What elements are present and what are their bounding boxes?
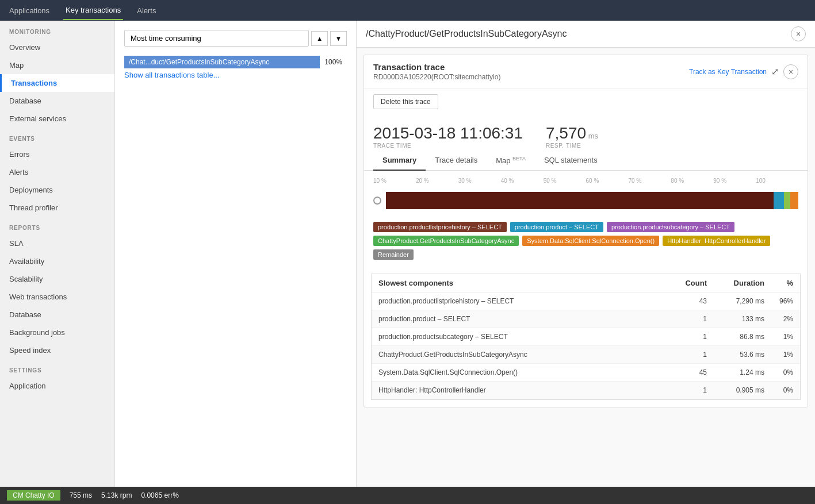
status-metric-2: 0.0065 err% (141, 491, 178, 499)
delete-trace-area: Delete this trace (364, 89, 808, 115)
legend-item-0: production.productlistpricehistory – SEL… (373, 222, 507, 232)
sidebar-item-database-reports[interactable]: Database (0, 306, 114, 324)
tab-summary[interactable]: Summary (373, 151, 426, 171)
sidebar-item-speed-index[interactable]: Speed index (0, 341, 114, 359)
slowest-components-table: Slowest components Count Duration % prod… (371, 274, 801, 400)
show-all-transactions-link[interactable]: Show all transactions table... (124, 71, 219, 79)
row-3-pct: 1% (764, 351, 793, 359)
resp-time-unit: ms (588, 132, 598, 140)
metric-2-unit: err% (164, 491, 178, 499)
bar-segment-0 (386, 192, 774, 209)
expand-icon[interactable]: ⤢ (771, 66, 779, 77)
resp-time-value-row: 7,570 ms (546, 124, 598, 143)
row-1-duration: 133 ms (707, 315, 764, 323)
legend-item-1: production.product – SELECT (510, 222, 603, 232)
row-0-duration: 7,290 ms (707, 297, 764, 305)
row-0-name: production.productlistpricehistory – SEL… (378, 297, 661, 305)
row-0-pct: 96% (764, 297, 793, 305)
sidebar-item-sla[interactable]: SLA (0, 234, 114, 252)
row-0-count: 43 (661, 297, 707, 305)
filter-row: Most time consuming ▲ ▼ (124, 30, 347, 47)
status-bar: CM Chatty IO 755 ms 5.13k rpm 0.0065 err… (0, 487, 815, 504)
scale-80: 80 % (671, 178, 713, 184)
scale-70: 70 % (628, 178, 671, 184)
sidebar-item-background-jobs[interactable]: Background jobs (0, 324, 114, 341)
reports-section-label: REPORTS (0, 217, 114, 234)
tab-trace-details[interactable]: Trace details (426, 151, 487, 171)
table-row: production.productsubcategory – SELECT 1… (372, 328, 800, 346)
sidebar-item-availability[interactable]: Availability (0, 252, 114, 270)
legend-item-3: ChattyProduct.GetProductsInSubCategoryAs… (373, 236, 519, 246)
bar-chart-area: 10 % 20 % 30 % 40 % 50 % 60 % 70 % 80 % … (364, 171, 808, 222)
trace-tabs: Summary Trace details Map BETA SQL state… (364, 151, 808, 171)
content-area: Most time consuming ▲ ▼ /Chat...duct/Get… (115, 21, 815, 487)
scale-20: 20 % (416, 178, 458, 184)
row-2-duration: 86.8 ms (707, 333, 764, 341)
trace-card-header: Transaction trace RD000D3A105220(ROOT:si… (364, 55, 808, 89)
sidebar-item-deployments[interactable]: Deployments (0, 181, 114, 199)
row-5-duration: 0.905 ms (707, 386, 764, 394)
legend-item-6: Remainder (373, 249, 414, 260)
sidebar-item-map[interactable]: Map (0, 56, 114, 74)
events-section-label: EVENTS (0, 128, 114, 145)
detail-header: /ChattyProduct/GetProductsInSubCategoryA… (357, 21, 815, 48)
table-row: HttpHandler: HttpControllerHandler 1 0.9… (372, 382, 800, 399)
row-4-name: System.Data.SqlClient.SqlConnection.Open… (378, 368, 661, 376)
legend: production.productlistpricehistory – SEL… (364, 222, 808, 267)
trace-time-value: 2015-03-18 11:06:31 (373, 124, 523, 143)
sidebar-item-thread-profiler[interactable]: Thread profiler (0, 199, 114, 217)
nav-alerts[interactable]: Alerts (135, 2, 158, 20)
app-name-badge: CM Chatty IO (7, 490, 60, 501)
row-5-name: HttpHandler: HttpControllerHandler (378, 386, 661, 394)
sidebar-item-overview[interactable]: Overview (0, 39, 114, 56)
top-nav: Applications Key transactions Alerts (0, 0, 815, 21)
legend-item-2: production.productsubcategory – SELECT (607, 222, 734, 232)
resp-time-metric: 7,570 ms RESP. TIME (546, 124, 598, 149)
status-metric-1: 5.13k rpm (101, 491, 132, 499)
trace-card: Transaction trace RD000D3A105220(ROOT:si… (364, 55, 808, 407)
row-2-count: 1 (661, 333, 707, 341)
nav-key-transactions[interactable]: Key transactions (63, 1, 123, 20)
row-4-pct: 0% (764, 368, 793, 376)
detail-close-button[interactable]: × (791, 26, 806, 41)
sidebar-item-database[interactable]: Database (0, 92, 114, 110)
row-1-count: 1 (661, 315, 707, 323)
filter-dropdown[interactable]: Most time consuming (124, 30, 309, 47)
sidebar-item-application[interactable]: Application (0, 377, 114, 395)
sidebar-item-external-services[interactable]: External services (0, 110, 114, 128)
metric-0-unit: ms (83, 491, 92, 499)
track-key-transaction-button[interactable]: Track as Key Transaction (689, 68, 767, 76)
transaction-bar-label[interactable]: /Chat...duct/GetProductsInSubCategoryAsy… (124, 56, 320, 68)
sidebar-item-transactions[interactable]: Transactions (0, 74, 114, 92)
bar-segment-2 (784, 192, 790, 209)
filter-arrow-up[interactable]: ▲ (311, 31, 328, 46)
trace-close-button[interactable]: × (783, 64, 798, 79)
row-2-name: production.productsubcategory – SELECT (378, 333, 661, 341)
filter-arrow-down[interactable]: ▼ (330, 31, 347, 46)
sidebar-item-errors[interactable]: Errors (0, 145, 114, 163)
metric-1-unit: rpm (120, 491, 132, 499)
table-row: production.product – SELECT 1 133 ms 2% (372, 310, 800, 328)
main-content: Most time consuming ▲ ▼ /Chat...duct/Get… (115, 21, 815, 487)
sidebar-item-scalability[interactable]: Scalability (0, 270, 114, 288)
trace-metrics: 2015-03-18 11:06:31 TRACE TIME 7,570 ms … (364, 115, 808, 151)
table-row: System.Data.SqlClient.SqlConnection.Open… (372, 364, 800, 382)
transaction-bar-row[interactable]: /Chat...duct/GetProductsInSubCategoryAsy… (124, 56, 347, 68)
sidebar-item-web-transactions[interactable]: Web transactions (0, 288, 114, 306)
delete-trace-button[interactable]: Delete this trace (373, 94, 438, 109)
table-row: ChattyProduct.GetProductsInSubCategoryAs… (372, 346, 800, 364)
nav-applications[interactable]: Applications (7, 2, 52, 20)
row-3-duration: 53.6 ms (707, 351, 764, 359)
tab-sql-statements[interactable]: SQL statements (535, 151, 607, 171)
tab-map[interactable]: Map BETA (487, 151, 535, 171)
slowest-col-count-header: Count (661, 279, 707, 287)
row-3-count: 1 (661, 351, 707, 359)
bar-chart-scale: 10 % 20 % 30 % 40 % 50 % 60 % 70 % 80 % … (373, 178, 798, 184)
scale-100: 100 (756, 178, 798, 184)
row-2-pct: 1% (764, 333, 793, 341)
resp-time-value: 7,570 (546, 124, 586, 142)
row-3-name: ChattyProduct.GetProductsInSubCategoryAs… (378, 351, 661, 359)
sidebar-item-alerts[interactable]: Alerts (0, 163, 114, 181)
resp-time-label: RESP. TIME (546, 143, 598, 149)
transaction-bar-pct: 100% (320, 56, 347, 68)
